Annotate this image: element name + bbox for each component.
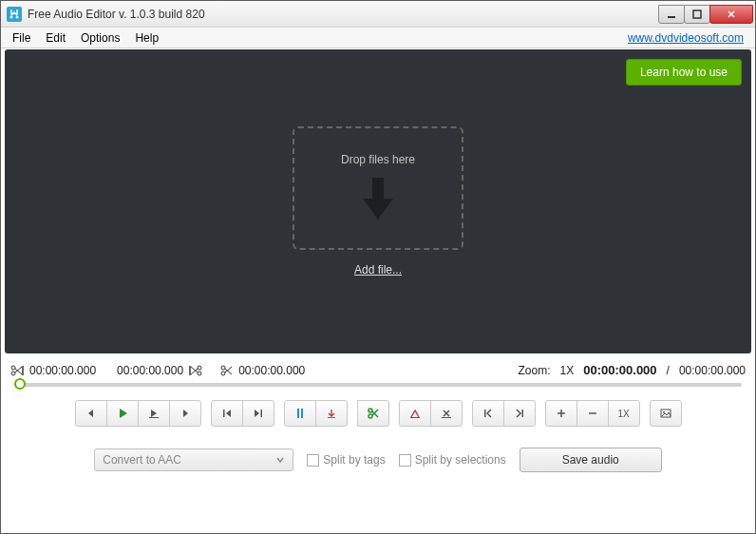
image-button[interactable] (650, 400, 682, 427)
split-tags-label: Split by tags (323, 453, 385, 467)
drop-text: Drop files here (341, 153, 415, 166)
split-tags-checkbox[interactable]: Split by tags (307, 453, 385, 467)
time-separator: / (667, 364, 670, 377)
convert-label: Convert to AAC (103, 453, 181, 467)
svg-point-8 (221, 366, 225, 370)
svg-point-4 (11, 366, 15, 370)
titlebar: Free Audio Editor v. 1.0.3 build 820 (1, 1, 755, 28)
menu-help[interactable]: Help (127, 29, 166, 47)
content-area: Learn how to use Drop files here Add fil… (1, 48, 755, 533)
start-time: 00:00:00.000 (29, 364, 96, 377)
svg-rect-19 (442, 417, 451, 418)
scissors-right-icon (219, 364, 233, 377)
svg-point-16 (369, 409, 372, 412)
menubar: File Edit Options Help www.dvdvideosoft.… (1, 28, 755, 48)
svg-point-1 (16, 15, 19, 18)
split-selections-label: Split by selections (415, 453, 506, 467)
timebar: 00:00:00.000 00:00:00.000 00:00:00.000 Z… (5, 353, 751, 381)
delete-selection-button[interactable] (430, 400, 463, 427)
scissors-mid-icon (189, 364, 202, 377)
cut-button[interactable] (357, 400, 389, 427)
window-controls (659, 5, 755, 24)
svg-rect-12 (260, 410, 262, 417)
convert-dropdown[interactable]: Convert to AAC (94, 448, 293, 471)
nudge-group (472, 400, 536, 427)
app-icon (7, 7, 22, 22)
mid-time: 00:00:00.000 (117, 364, 183, 377)
window-title: Free Audio Editor v. 1.0.3 build 820 (28, 8, 659, 21)
svg-rect-14 (301, 409, 303, 418)
skip-group (211, 400, 274, 427)
svg-rect-13 (297, 409, 299, 418)
zoom-reset-button[interactable]: 1X (608, 400, 640, 427)
svg-point-17 (369, 414, 372, 418)
end-time: 00:00:00.000 (238, 364, 305, 377)
dropzone[interactable]: Learn how to use Drop files here Add fil… (5, 49, 751, 353)
track-handle[interactable] (14, 378, 26, 390)
minimize-button[interactable] (658, 5, 685, 24)
menu-options[interactable]: Options (73, 29, 127, 47)
arrow-down-icon (359, 176, 397, 223)
step-forward-button[interactable] (169, 400, 201, 427)
image-group (650, 400, 682, 427)
bottombar: Convert to AAC Split by tags Split by se… (5, 438, 751, 486)
nudge-left-button[interactable] (472, 400, 504, 427)
track-line (14, 383, 742, 387)
timebar-right: Zoom: 1X 00:00:00.000 / 00:00:00.000 (519, 363, 746, 377)
save-audio-button[interactable]: Save audio (520, 448, 662, 472)
zoom-out-button[interactable] (576, 400, 609, 427)
marker-button[interactable] (284, 400, 316, 427)
nudge-right-button[interactable] (503, 400, 536, 427)
track-slider[interactable] (5, 381, 751, 394)
svg-point-0 (10, 15, 13, 18)
close-button[interactable] (709, 5, 753, 24)
svg-rect-15 (328, 417, 335, 418)
svg-point-9 (221, 372, 225, 375)
marker-group (284, 400, 348, 427)
step-back-button[interactable] (75, 400, 107, 427)
playback-group (75, 400, 201, 427)
current-time: 00:00:00.000 (583, 363, 656, 377)
svg-point-5 (11, 372, 15, 375)
zoom-value: 1X (560, 364, 575, 377)
skip-start-button[interactable] (211, 400, 243, 427)
cut-group (357, 400, 389, 427)
learn-button[interactable]: Learn how to use (626, 59, 742, 86)
scissors-left-icon (10, 364, 24, 377)
play-button[interactable] (106, 400, 139, 427)
zoom-in-button[interactable] (545, 400, 577, 427)
svg-point-7 (198, 372, 201, 375)
svg-rect-18 (410, 417, 420, 418)
timebar-left: 00:00:00.000 00:00:00.000 00:00:00.000 (10, 364, 305, 377)
split-selections-checkbox[interactable]: Split by selections (399, 453, 506, 467)
zoom-group: 1X (545, 400, 640, 427)
zoom-label: Zoom: (519, 364, 551, 377)
trim-button[interactable] (399, 400, 431, 427)
svg-rect-3 (693, 10, 701, 18)
play-selection-button[interactable] (138, 400, 170, 427)
app-window: Free Audio Editor v. 1.0.3 build 820 Fil… (0, 0, 756, 534)
marker-down-button[interactable] (315, 400, 348, 427)
menu-file[interactable]: File (5, 29, 38, 47)
svg-point-6 (198, 366, 201, 370)
svg-rect-10 (149, 417, 159, 418)
chevron-down-icon (275, 455, 285, 465)
website-link[interactable]: www.dvdvideosoft.com (628, 31, 744, 45)
svg-rect-21 (521, 410, 523, 417)
add-file-link[interactable]: Add file... (354, 263, 402, 277)
checkbox-box (399, 454, 411, 467)
checkbox-box (307, 454, 319, 467)
svg-rect-11 (223, 410, 225, 417)
svg-rect-20 (484, 410, 486, 417)
toolbar: 1X (5, 394, 751, 438)
total-time: 00:00:00.000 (679, 364, 746, 377)
selection-group (399, 400, 463, 427)
skip-end-button[interactable] (242, 400, 274, 427)
menu-edit[interactable]: Edit (38, 29, 73, 47)
maximize-button[interactable] (684, 5, 710, 24)
drop-box[interactable]: Drop files here (293, 126, 463, 250)
svg-rect-2 (668, 16, 675, 18)
